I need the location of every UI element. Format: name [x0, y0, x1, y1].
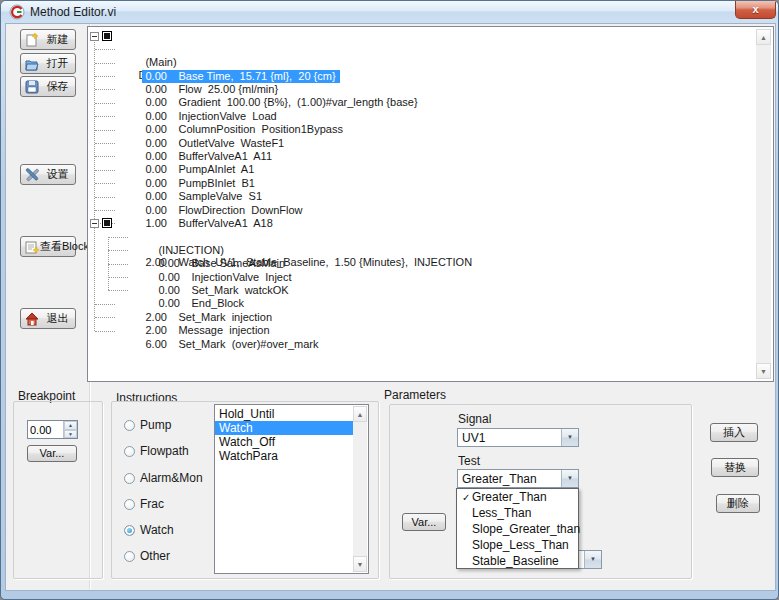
tree-row[interactable]: 2.00Set_Mark injection [118, 298, 276, 311]
insert-button[interactable]: 插入 [710, 423, 758, 442]
settings-button[interactable]: 设置 [20, 164, 76, 185]
radio-selected-icon [124, 525, 135, 536]
breakpoint-spinner: ▲ ▼ [27, 420, 78, 439]
scroll-down-icon[interactable]: ▼ [353, 556, 367, 572]
tools-icon [24, 167, 40, 183]
tree-row[interactable]: 2.00Message injection [118, 311, 274, 324]
menu-item-label: Less_Than [472, 506, 531, 520]
scroll-down-icon[interactable]: ▼ [756, 363, 771, 379]
signal-combobox[interactable]: UV1 ▼ [457, 428, 579, 447]
menu-item[interactable]: Stable_Baseline [457, 553, 578, 569]
new-button[interactable]: 新建 [20, 29, 76, 50]
radio-watch[interactable]: Watch [124, 523, 174, 537]
instruction-listbox: Hold_Until Watch Watch_Off WatchPara ▲ ▼ [214, 404, 369, 574]
radio-alarm-mon[interactable]: Alarm&Mon [124, 471, 203, 485]
tree-row[interactable]: 0.00ColumnPosition Position1Bypass [118, 110, 347, 123]
parameters-var-button[interactable]: Var... [402, 513, 446, 531]
menu-item-checked[interactable]: ✓Greater_Than [457, 489, 578, 505]
checkmark-icon: ✓ [457, 490, 472, 506]
test-combobox[interactable]: Greater_Than ▼ [457, 469, 579, 488]
tree-row-watch-block[interactable]: 2.00Watch UV1, Stable_Baseline, 1.50 {Mi… [118, 217, 476, 230]
tree-scrollbar[interactable]: ▲ ▼ [756, 29, 771, 379]
radio-other[interactable]: Other [124, 549, 170, 563]
spin-down-icon[interactable]: ▼ [64, 430, 77, 439]
menu-item[interactable]: Slope_Less_Than [457, 537, 578, 553]
open-button[interactable]: 打开 [20, 53, 76, 74]
radio-label: Other [140, 549, 170, 563]
radio-label: Frac [140, 497, 164, 511]
delete-button[interactable]: 删除 [716, 494, 760, 513]
radio-icon [124, 446, 135, 457]
method-node-icon [102, 31, 112, 41]
tree-row-root[interactable]: D:\AutoPrep\Method\test.Met [90, 30, 280, 43]
list-item[interactable]: Watch_Off [215, 435, 353, 449]
tree-row[interactable]: 0.00Flow 25.00 {ml/min} [118, 70, 282, 83]
new-document-icon [24, 32, 40, 48]
radio-pump[interactable]: Pump [124, 418, 171, 432]
new-button-label: 新建 [40, 32, 75, 47]
list-item-selected[interactable]: Watch [215, 421, 353, 435]
tree-row[interactable]: 1.00BufferValveA1 A18 [118, 204, 277, 217]
tree-row[interactable]: (Main) [118, 43, 181, 56]
tree-row[interactable]: (INJECTION) [131, 231, 228, 244]
collapse-minus-icon[interactable] [90, 219, 99, 228]
listbox-scrollbar[interactable]: ▲ ▼ [353, 406, 367, 572]
menu-item-label: Slope_Less_Than [472, 538, 569, 552]
test-label: Test [458, 454, 480, 468]
list-item[interactable]: Hold_Until [215, 407, 353, 421]
tree-row[interactable]: 0.00InjectionValve Load [118, 97, 281, 110]
chevron-down-icon[interactable]: ▼ [561, 470, 578, 487]
settings-button-label: 设置 [40, 167, 75, 182]
tree-row[interactable]: 0.00InjectionValve Inject [131, 258, 296, 271]
radio-icon [124, 473, 135, 484]
exit-button[interactable]: 退出 [20, 308, 76, 329]
tree-row[interactable]: 0.00FlowDirection DownFlow [118, 191, 307, 204]
tree-row[interactable]: 0.00BufferValveA1 A11 [118, 137, 276, 150]
exit-button-label: 退出 [40, 311, 75, 326]
method-editor-window: Method Editor.vi x 新建 打开 保存 设置 [0, 0, 779, 600]
parameters-label: Parameters [384, 388, 446, 402]
open-folder-icon [24, 56, 40, 72]
radio-icon [124, 499, 135, 510]
tree-row[interactable]: 0.00Set_Mark watckOK [131, 271, 293, 284]
tree-row-text: Set_Mark (over)#over_mark [178, 338, 318, 350]
tree-row[interactable]: 0.00Base SameAsMain [131, 244, 289, 257]
view-block-button[interactable]: 查看Block [20, 236, 76, 257]
tree-row[interactable]: 0.00Gradient 100.00 {B%}, (1.00)#var_len… [118, 83, 422, 96]
breakpoint-value-input[interactable] [30, 422, 60, 437]
tree-row[interactable]: 0.00PumpBInlet B1 [118, 164, 259, 177]
radio-flowpath[interactable]: Flowpath [124, 444, 189, 458]
chevron-down-icon[interactable]: ▼ [561, 429, 578, 446]
replace-button[interactable]: 替换 [711, 458, 759, 477]
view-block-icon [24, 239, 40, 255]
spin-up-icon[interactable]: ▲ [64, 421, 77, 430]
chevron-down-icon[interactable]: ▼ [584, 551, 601, 568]
signal-value: UV1 [462, 431, 485, 445]
scroll-up-icon[interactable]: ▲ [756, 29, 771, 45]
radio-icon [124, 551, 135, 562]
tree-row[interactable]: 0.00PumpAInlet A1 [118, 150, 258, 163]
tree-row-selected[interactable]: 0.00Base Time, 15.71 {ml}, 20 {cm} [118, 57, 340, 70]
radio-frac[interactable]: Frac [124, 497, 164, 511]
tree-row[interactable]: 0.00End_Block [131, 284, 248, 297]
test-value: Greater_Than [462, 472, 537, 486]
collapse-minus-icon[interactable] [90, 32, 99, 41]
tree-row[interactable]: 6.00Set_Mark (over)#over_mark [118, 325, 322, 338]
radio-label: Alarm&Mon [140, 471, 203, 485]
menu-item[interactable]: Slope_Greater_than [457, 521, 578, 537]
tree-row[interactable]: 0.00OutletValve WasteF1 [118, 124, 288, 137]
radio-label: Watch [140, 523, 174, 537]
scroll-up-icon[interactable]: ▲ [353, 406, 367, 422]
breakpoint-var-button[interactable]: Var... [27, 445, 77, 462]
window-title: Method Editor.vi [30, 5, 116, 19]
open-button-label: 打开 [40, 56, 75, 71]
view-block-button-label: 查看Block [40, 239, 89, 254]
tree-row[interactable]: 0.00SampleValve S1 [118, 177, 266, 190]
save-button[interactable]: 保存 [20, 76, 76, 97]
list-item[interactable]: WatchPara [215, 449, 353, 463]
menu-item-label: Greater_Than [472, 490, 547, 504]
save-disk-icon [24, 79, 40, 95]
menu-item[interactable]: Less_Than [457, 505, 578, 521]
block-node-icon [102, 218, 112, 228]
close-button[interactable]: x [735, 1, 776, 19]
